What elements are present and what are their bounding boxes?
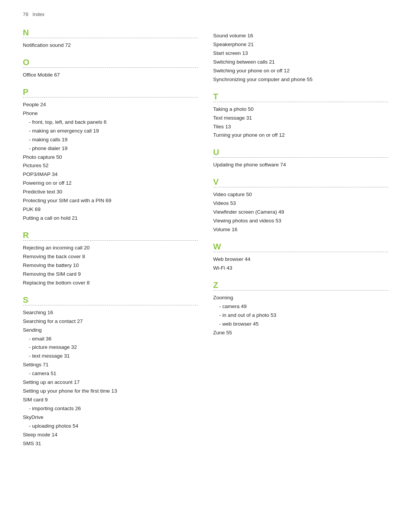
index-entry: Protecting your SIM card with a PIN 69 [23,197,198,205]
index-section: Sound volume 16Speakerphone 21Start scre… [213,32,388,84]
page-number: 78 [23,11,28,17]
section-letter: N [23,29,198,37]
index-sub-entry: - picture message 32 [23,343,198,352]
index-entry: Zooming [213,294,388,302]
section-divider [213,157,388,158]
section-divider [213,290,388,291]
index-entry: - web browser 45 [213,320,388,329]
index-entry: Notification sound 72 [23,41,198,50]
index-section: UUpdating the phone software 74 [213,148,388,169]
index-entry: - in and out of a photo 53 [213,311,388,320]
index-section: WWeb browser 44Wi-Fi 43 [213,243,388,273]
section-divider [213,102,388,102]
index-entry: - camera 49 [213,302,388,311]
index-entry: Switching your phone on or off 12 [213,67,388,75]
index-sub-entry: - camera 49 [213,302,388,311]
section-divider [23,97,198,97]
index-entry: Setting up an account 17 [23,378,198,387]
section-letter: V [213,178,388,186]
index-entry: Replacing the bottom cover 8 [23,279,198,288]
index-section: NNotification sound 72 [23,29,198,50]
index-entry: Sleep mode 14 [23,431,198,439]
index-entry: People 24 [23,101,198,109]
index-entry: Video capture 50 [213,190,388,199]
section-divider [213,252,388,252]
index-section: PPeople 24Phone- front, top, left, and b… [23,88,198,223]
index-section: VVideo capture 50Videos 53Viewfinder scr… [213,178,388,234]
index-entry: Office Mobile 67 [23,71,198,80]
index-entry: Viewfinder screen (Camera) 49 [213,208,388,217]
index-entry: Removing the SIM card 9 [23,270,198,279]
index-entry: Photo capture 50 [23,153,198,162]
index-sub-entry: - phone dialer 19 [23,144,198,153]
index-section: TTaking a photo 50Text message 31Tiles 1… [213,93,388,140]
index-sub-entry: - web browser 45 [213,320,388,329]
index-entry: Setting up your phone for the first time… [23,387,198,396]
index-sub-entry: - making an emergency call 19 [23,127,198,136]
index-section: RRejecting an incoming call 20Removing t… [23,231,198,288]
index-entry: Putting a call on hold 21 [23,214,198,223]
index-entry: Settings 71 [23,361,198,369]
index-section: SSearching 16Searching for a contact 27S… [23,296,198,448]
index-section: ZZooming- camera 49- in and out of a pho… [213,281,388,337]
index-entry: Searching for a contact 27 [23,317,198,326]
index-entry: PUK 69 [23,205,198,214]
index-sub-entry: - in and out of a photo 53 [213,311,388,320]
index-entry: POP3/IMAP 34 [23,170,198,179]
section-letter: P [23,88,198,96]
index-entry: Start screen 13 [213,49,388,58]
section-divider [23,305,198,305]
index-sub-entry: - email 36 [23,335,198,343]
index-entry: - camera 51 [23,369,198,378]
section-letter: S [23,296,198,304]
section-divider [213,187,388,187]
index-sub-entry: - camera 51 [23,369,198,378]
section-divider [23,240,198,241]
index-entry: - making an emergency call 19 [23,127,198,136]
section-letter: O [23,58,198,67]
index-entry: Removing the battery 10 [23,261,198,270]
index-entry: - email 36 [23,335,198,343]
index-entry: Phone [23,109,198,118]
index-entry: Text message 31 [213,114,388,123]
section-divider [23,38,198,38]
index-entry: Taking a photo 50 [213,105,388,114]
index-entry: - picture message 32 [23,343,198,352]
index-entry: - phone dialer 19 [23,144,198,153]
index-entry: Turning your phone on or off 12 [213,131,388,140]
index-entry: Tiles 13 [213,123,388,131]
index-entry: Removing the back cover 8 [23,252,198,261]
index-entry: Searching 16 [23,308,198,317]
index-entry: Sound volume 16 [213,32,388,40]
left-column: NNotification sound 72OOffice Mobile 67P… [23,29,198,457]
index-entry: Zune 55 [213,329,388,337]
index-entry: Pictures 52 [23,161,198,170]
index-entry: - making calls 19 [23,136,198,144]
index-sub-entry: - text message 31 [23,352,198,361]
index-entry: Web browser 44 [213,255,388,264]
index-entry: Switching between calls 21 [213,58,388,67]
index-entry: Updating the phone software 74 [213,161,388,169]
index-entry: Speakerphone 21 [213,40,388,49]
index-sub-entry: - making calls 19 [23,136,198,144]
section-divider [23,67,198,68]
section-letter: R [23,231,198,240]
index-entry: Sending [23,326,198,335]
index-sub-entry: - front, top, left, and back panels 6 [23,118,198,127]
index-entry: SkyDrive [23,413,198,422]
index-entry: Powering on or off 12 [23,179,198,188]
index-sub-entry: - uploading photos 54 [23,422,198,431]
section-letter: W [213,243,388,251]
section-letter: U [213,148,388,157]
index-entry: - importing contacts 26 [23,404,198,413]
index-entry: Predictive text 30 [23,188,198,197]
index-entry: Volume 16 [213,225,388,234]
index-entry: Synchronizing your computer and phone 55 [213,75,388,84]
section-label: Index [32,11,45,17]
index-section: OOffice Mobile 67 [23,58,198,80]
index-entry: - front, top, left, and back panels 6 [23,118,198,127]
index-entry: Videos 53 [213,199,388,208]
index-sub-entry: - importing contacts 26 [23,404,198,413]
section-letter: T [213,93,388,101]
section-letter: Z [213,281,388,289]
